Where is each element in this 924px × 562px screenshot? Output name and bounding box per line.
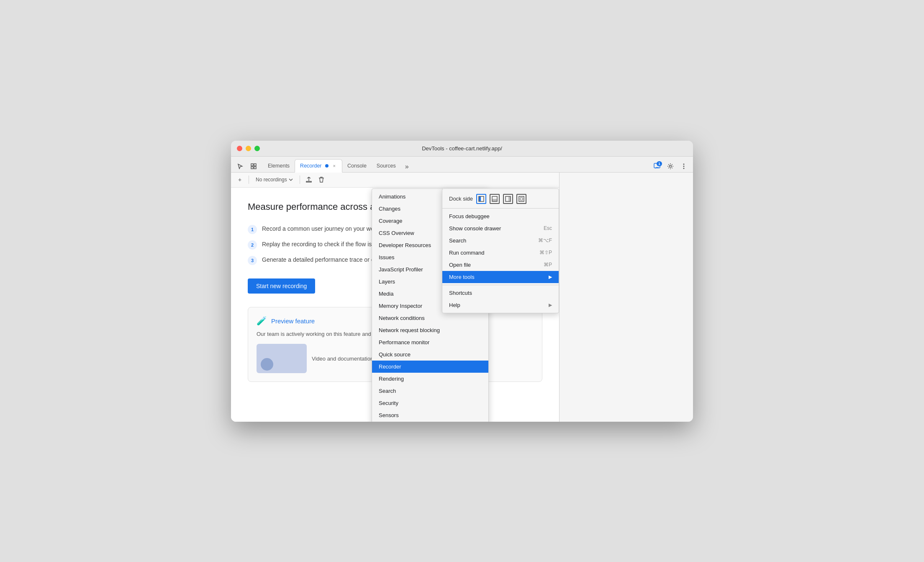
- tab-recorder-close[interactable]: ×: [332, 163, 337, 169]
- right-panel: [559, 173, 693, 422]
- recordings-dropdown[interactable]: No recordings: [252, 175, 296, 184]
- chevron-down-icon: [289, 178, 293, 181]
- tab-recorder-label: Recorder: [300, 163, 321, 169]
- upload-icon: [306, 177, 312, 183]
- add-recording-button[interactable]: +: [234, 174, 245, 185]
- list-item: 3 Generate a detailed performance trace …: [248, 255, 542, 265]
- delete-recording-button[interactable]: [316, 174, 327, 185]
- svg-point-9: [683, 168, 685, 169]
- svg-point-4: [325, 164, 329, 168]
- cursor-icon[interactable]: [234, 160, 246, 172]
- step-text-1: Record a common user journey on your web…: [262, 224, 398, 233]
- step-text-3: Generate a detailed performance trace or…: [262, 255, 400, 264]
- svg-rect-1: [254, 164, 256, 166]
- step-list: 1 Record a common user journey on your w…: [248, 224, 542, 265]
- step-text-2: Replay the recording to check if the flo…: [262, 240, 393, 249]
- minimize-button[interactable]: [246, 146, 251, 151]
- tab-right-icons: 1: [651, 160, 690, 172]
- traffic-lights: [237, 146, 260, 151]
- tab-elements[interactable]: Elements: [263, 159, 295, 173]
- svg-rect-0: [251, 164, 253, 166]
- notification-badge: 1: [657, 161, 662, 166]
- svg-rect-3: [254, 167, 256, 169]
- title-bar: DevTools - coffee-cart.netlify.app/: [231, 141, 693, 157]
- window-title: DevTools - coffee-cart.netlify.app/: [422, 145, 502, 152]
- notification-button[interactable]: 1: [651, 160, 663, 172]
- settings-button[interactable]: [665, 160, 676, 172]
- svg-rect-2: [251, 167, 253, 169]
- preview-text: Our team is actively working on this fea…: [257, 331, 534, 337]
- preview-thumbnail: [257, 344, 307, 373]
- tab-icons: [234, 160, 259, 172]
- more-tabs-button[interactable]: »: [403, 161, 411, 172]
- devtools-window: DevTools - coffee-cart.netlify.app/ Elem…: [231, 141, 693, 422]
- inspect-icon[interactable]: [248, 160, 259, 172]
- tab-sources[interactable]: Sources: [372, 159, 401, 173]
- preview-card: 🧪 Preview feature Our team is actively w…: [248, 307, 542, 382]
- upload-recording-button[interactable]: [303, 174, 314, 185]
- svg-point-7: [683, 163, 685, 165]
- list-item: 1 Record a common user journey on your w…: [248, 224, 542, 234]
- tab-bar: Elements Recorder × Console Sources » 1: [231, 157, 693, 173]
- start-recording-button[interactable]: Start new recording: [248, 278, 315, 294]
- preview-video-label: Video and documentation: [312, 356, 373, 362]
- tab-sources-label: Sources: [377, 163, 396, 169]
- step-num-2: 2: [248, 240, 257, 250]
- step-num-3: 3: [248, 256, 257, 265]
- trash-icon: [318, 177, 324, 183]
- toolbar-separator: [249, 175, 249, 184]
- flask-icon: 🧪: [257, 316, 267, 326]
- tab-console[interactable]: Console: [342, 159, 372, 173]
- list-item: 2 Replay the recording to check if the f…: [248, 240, 542, 250]
- toolbar-separator-2: [300, 175, 300, 184]
- panel-toolbar: + No recordings: [231, 173, 559, 188]
- tab-elements-label: Elements: [268, 163, 290, 169]
- preview-title: Preview feature: [271, 317, 315, 325]
- panel-title: Measure performance across an entire use…: [248, 201, 542, 213]
- tab-recorder[interactable]: Recorder ×: [295, 159, 342, 173]
- close-button[interactable]: [237, 146, 242, 151]
- gear-icon: [667, 163, 674, 170]
- svg-point-6: [670, 165, 672, 167]
- svg-point-8: [683, 165, 685, 167]
- tab-console-label: Console: [347, 163, 367, 169]
- main-content: + No recordings Measure performance acro…: [231, 173, 693, 422]
- preview-header: 🧪 Preview feature: [257, 316, 534, 326]
- panel-body: Measure performance across an entire use…: [231, 188, 559, 422]
- more-menu-button[interactable]: [678, 160, 690, 172]
- maximize-button[interactable]: [254, 146, 260, 151]
- recorder-panel: + No recordings Measure performance acro…: [231, 173, 559, 422]
- preview-footer: Video and documentation: [257, 344, 534, 373]
- step-num-1: 1: [248, 225, 257, 234]
- three-dots-icon: [683, 163, 685, 170]
- recorder-icon: [324, 163, 329, 168]
